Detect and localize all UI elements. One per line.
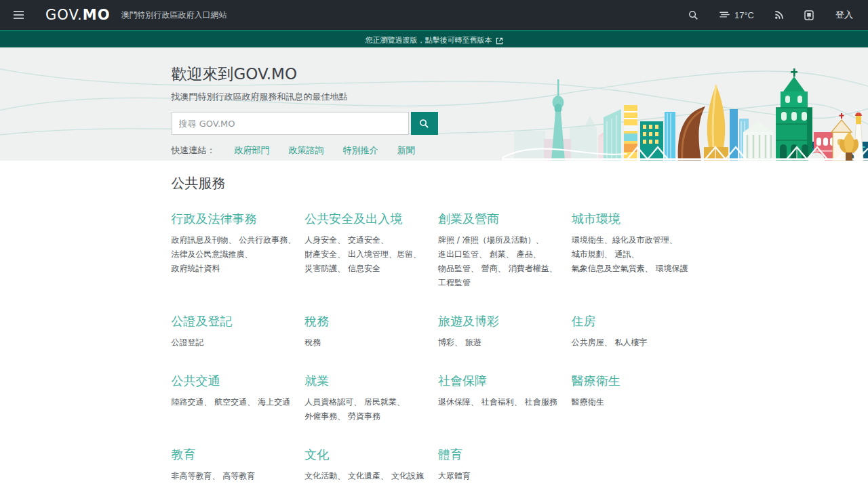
service-category: 教育 非高等教育、 高等教育 (172, 447, 297, 483)
service-category-title[interactable]: 教育 (172, 447, 196, 463)
service-category-title[interactable]: 稅務 (304, 313, 329, 329)
service-link[interactable]: 公共房屋 (572, 338, 604, 347)
service-link[interactable]: 交通安全 (348, 235, 380, 245)
site-logo[interactable]: GOV.MO (45, 7, 111, 23)
weather-widget[interactable]: 17°C (712, 6, 761, 24)
service-category-title[interactable]: 公共安全及出入境 (304, 211, 402, 227)
service-link[interactable]: 進出口監管 (438, 249, 479, 259)
hero-title: 歡迎來到GOV.MO (172, 64, 697, 85)
quick-link[interactable]: 新聞 (397, 144, 415, 157)
service-link[interactable]: 航空交通 (214, 397, 247, 407)
service-link[interactable]: 勞資事務 (348, 411, 380, 421)
search-icon[interactable] (682, 6, 705, 24)
hero-subtitle: 找澳門特別行政區政府服務和訊息的最佳地點 (172, 91, 697, 103)
hamburger-icon[interactable] (8, 5, 29, 24)
public-services-section: 公共服務 行政及法律事務 政府訊息及刊物、 公共行政事務、 法律及公民意識推廣、… (172, 174, 697, 488)
service-link[interactable]: 產品 (517, 249, 533, 259)
service-link[interactable]: 博彩 (438, 338, 454, 347)
service-link[interactable]: 大眾體育 (438, 471, 471, 481)
service-link[interactable]: 牌照 / 准照（場所及活動） (438, 235, 536, 245)
service-category: 公證及登記 公證登記 (172, 313, 297, 350)
service-link[interactable]: 醫療衛生 (572, 397, 604, 407)
service-link[interactable]: 災害防護 (304, 264, 337, 273)
service-category-links: 人身安全、 交通安全、 財產安全、 出入境管理、居留、 災害防護、 信息安全 (304, 233, 430, 276)
service-link[interactable]: 居民就業 (364, 397, 397, 407)
service-link[interactable]: 物品監管 (438, 264, 471, 273)
service-category-links: 文化活動、 文化遺產、 文化設施 (304, 469, 430, 483)
service-link[interactable]: 稅務 (304, 338, 321, 347)
service-link[interactable]: 出入境管理、居留 (348, 249, 413, 259)
service-category: 社會保障 退休保障、 社會福利、 社會服務 (438, 373, 564, 424)
login-button[interactable]: 登入 (827, 5, 856, 25)
service-link[interactable]: 海上交通 (258, 397, 290, 407)
service-category-links: 人員資格認可、 居民就業、 外僱事務、 勞資事務 (304, 395, 430, 424)
service-link[interactable]: 法律及公民意識推廣 (172, 249, 245, 259)
external-link-icon (496, 37, 503, 45)
service-link[interactable]: 高等教育 (222, 471, 255, 481)
service-category-links: 退休保障、 社會福利、 社會服務 (438, 395, 564, 409)
service-category-title[interactable]: 旅遊及博彩 (438, 313, 499, 329)
service-category-links: 陸路交通、 航空交通、 海上交通 (172, 395, 297, 409)
service-category: 公共安全及出入境 人身安全、 交通安全、 財產安全、 出入境管理、居留、 災害防… (304, 211, 430, 290)
service-link[interactable]: 創業 (490, 249, 506, 259)
service-link[interactable]: 消費者權益 (509, 264, 549, 273)
service-category-title[interactable]: 公共交通 (172, 373, 220, 389)
service-link[interactable]: 環境衛生、綠化及市政管理 (572, 235, 669, 245)
version-notice-text: 您正瀏覽過渡版，點擊後可轉至舊版本 (366, 33, 492, 49)
service-link[interactable]: 公證登記 (172, 338, 204, 347)
quick-links-label: 快速連結： (172, 144, 216, 157)
hero-banner: 歡迎來到GOV.MO 找澳門特別行政區政府服務和訊息的最佳地點 快速連結： 政府… (0, 47, 868, 161)
service-link[interactable]: 退休保障 (438, 397, 471, 407)
service-link[interactable]: 人員資格認可 (304, 397, 353, 407)
service-category-links: 政府訊息及刊物、 公共行政事務、 法律及公民意識推廣、 政府統計資料 (172, 233, 297, 276)
search-button[interactable] (411, 112, 438, 135)
service-category: 城市環境 環境衛生、綠化及市政管理、 城市規劃、 通訊、 氣象信息及空氣質素、 … (572, 211, 697, 290)
service-link[interactable]: 政府統計資料 (172, 264, 220, 273)
service-link[interactable]: 陸路交通 (172, 397, 204, 407)
service-link[interactable]: 工程監管 (438, 278, 471, 287)
service-category-title[interactable]: 社會保障 (438, 373, 487, 389)
service-link[interactable]: 社會服務 (525, 397, 557, 407)
rss-icon[interactable] (768, 6, 791, 24)
service-link[interactable]: 城市規劃 (572, 249, 604, 259)
service-link[interactable]: 環境保護 (656, 264, 688, 273)
service-link[interactable]: 通訊 (615, 249, 631, 259)
service-link[interactable]: 政府訊息及刊物 (172, 235, 229, 245)
top-header: GOV.MO 澳門特別行政區政府入口網站 17°C 登入 (0, 0, 868, 30)
mobile-app-icon[interactable] (797, 6, 821, 24)
service-link[interactable]: 社會福利 (481, 397, 514, 407)
service-category-title[interactable]: 住房 (572, 313, 596, 329)
service-category-title[interactable]: 文化 (304, 447, 329, 463)
service-category-title[interactable]: 公證及登記 (172, 313, 233, 329)
service-link[interactable]: 氣象信息及空氣質素 (572, 264, 645, 273)
service-link[interactable]: 信息安全 (348, 264, 380, 273)
service-link[interactable]: 人身安全 (304, 235, 337, 245)
service-link[interactable]: 公共行政事務 (239, 235, 288, 245)
service-link[interactable]: 財產安全 (304, 249, 337, 259)
service-link[interactable]: 旅遊 (465, 338, 481, 347)
service-link[interactable]: 私人樓宇 (615, 338, 648, 347)
service-category-title[interactable]: 體育 (438, 447, 462, 463)
service-category: 稅務 稅務 (304, 313, 430, 350)
quick-link[interactable]: 特別推介 (343, 144, 378, 157)
version-notice-link[interactable]: 您正瀏覽過渡版，點擊後可轉至舊版本 (366, 33, 503, 49)
service-category: 住房 公共房屋、 私人樓宇 (572, 313, 697, 350)
service-link[interactable]: 文化遺產 (348, 471, 380, 481)
service-link[interactable]: 外僱事務 (304, 411, 337, 421)
service-category-title[interactable]: 行政及法律事務 (172, 211, 257, 227)
service-link[interactable]: 文化設施 (391, 471, 424, 481)
services-grid: 行政及法律事務 政府訊息及刊物、 公共行政事務、 法律及公民意識推廣、 政府統計… (172, 211, 697, 483)
hero-content: 歡迎來到GOV.MO 找澳門特別行政區政府服務和訊息的最佳地點 快速連結： 政府… (172, 47, 697, 157)
search-input[interactable] (172, 112, 409, 135)
service-category-title[interactable]: 就業 (304, 373, 329, 389)
service-category-title[interactable]: 城市環境 (572, 211, 620, 227)
service-link[interactable]: 非高等教育 (172, 471, 212, 481)
service-category-links: 醫療衛生 (572, 395, 697, 409)
service-category-title[interactable]: 創業及營商 (438, 211, 499, 227)
service-category-links: 公證登記 (172, 336, 297, 350)
quick-link[interactable]: 政策諮詢 (289, 144, 324, 157)
quick-link[interactable]: 政府部門 (235, 144, 270, 157)
service-category-title[interactable]: 醫療衛生 (572, 373, 620, 389)
service-link[interactable]: 文化活動 (304, 471, 337, 481)
service-link[interactable]: 營商 (481, 264, 498, 273)
